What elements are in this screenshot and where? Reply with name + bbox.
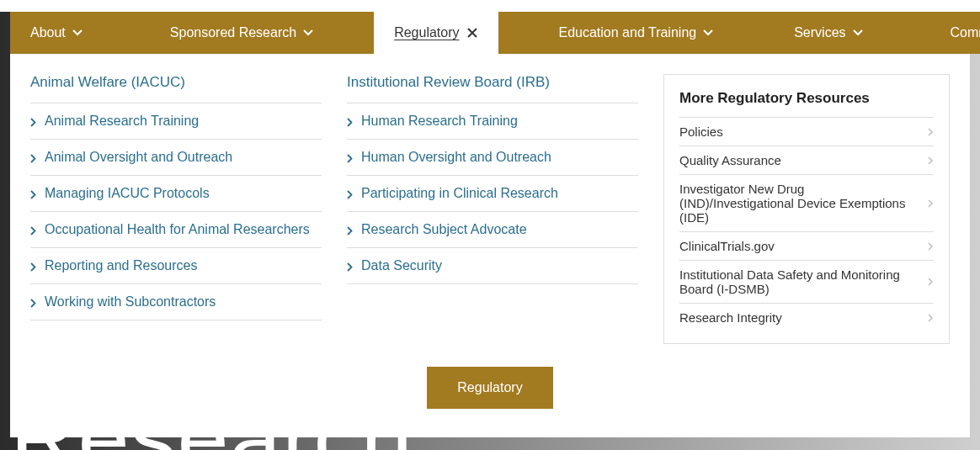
nav-spacer: [733, 12, 774, 54]
link-label: Animal Research Training: [45, 114, 199, 129]
link-item[interactable]: Managing IACUC Protocols: [30, 176, 322, 212]
caret-right-icon: [928, 128, 934, 136]
sidebar-item[interactable]: ClinicalTrials.gov: [679, 231, 934, 260]
link-label: Occupational Health for Animal Researche…: [45, 222, 310, 237]
chevron-right-icon: [347, 190, 353, 199]
link-label: Managing IACUC Protocols: [45, 186, 210, 201]
link-item[interactable]: Occupational Health for Animal Researche…: [30, 212, 322, 248]
menu-column-iacuc: Animal Welfare (IACUC) Animal Research T…: [30, 74, 322, 320]
topbar-gap: [0, 0, 980, 12]
caret-right-icon: [928, 242, 934, 251]
caret-right-icon: [928, 156, 934, 165]
sidebar-item-label: Institutional Data Safety and Monitoring…: [679, 267, 921, 296]
nav-label: Education and Training: [559, 25, 697, 40]
chevron-right-icon: [347, 154, 353, 163]
chevron-right-icon: [347, 118, 353, 127]
nav-item-education-training[interactable]: Education and Training: [539, 12, 734, 54]
sidebar-more-resources: More Regulatory Resources Policies Quali…: [663, 74, 950, 344]
nav-item-sponsored-research[interactable]: Sponsored Research: [150, 12, 333, 54]
sidebar-item[interactable]: Quality Assurance: [679, 146, 934, 174]
caret-right-icon: [928, 314, 934, 322]
link-label: Animal Oversight and Outreach: [45, 150, 232, 165]
nav-spacer: [498, 12, 539, 54]
nav-spacer: [883, 12, 930, 54]
link-item[interactable]: Participating in Clinical Research: [347, 176, 638, 212]
close-icon: [466, 27, 478, 39]
nav-item-regulatory[interactable]: Regulatory: [374, 12, 498, 54]
mega-menu: Animal Welfare (IACUC) Animal Research T…: [10, 54, 970, 437]
column-heading[interactable]: Institutional Review Board (IRB): [347, 74, 638, 103]
link-label: Research Subject Advocate: [361, 222, 527, 237]
nav-label: About: [30, 25, 66, 40]
link-item[interactable]: Human Oversight and Outreach: [347, 140, 638, 176]
menu-columns: Animal Welfare (IACUC) Animal Research T…: [30, 74, 950, 344]
chevron-down-icon: [72, 29, 83, 36]
nav-label: Services: [794, 25, 845, 40]
link-item[interactable]: Human Research Training: [347, 103, 638, 140]
chevron-right-icon: [347, 226, 353, 236]
chevron-down-icon: [703, 29, 713, 36]
sidebar-list: Policies Quality Assurance Investigator …: [679, 117, 934, 331]
sidebar-item[interactable]: Policies: [679, 117, 934, 146]
link-label: Data Security: [361, 258, 442, 273]
nav-item-services[interactable]: Services: [774, 12, 882, 54]
chevron-right-icon: [30, 226, 36, 236]
column-heading[interactable]: Animal Welfare (IACUC): [30, 74, 322, 103]
regulatory-button[interactable]: Regulatory: [427, 367, 552, 409]
sidebar-item[interactable]: Research Integrity: [679, 303, 934, 331]
link-list: Animal Research Training Animal Oversigh…: [30, 103, 322, 320]
sidebar-item-label: Policies: [679, 124, 723, 139]
chevron-right-icon: [30, 299, 36, 308]
link-item[interactable]: Research Subject Advocate: [347, 212, 638, 248]
link-list: Human Research Training Human Oversight …: [347, 103, 638, 284]
nav-item-community-resources[interactable]: Community Resources: [930, 12, 980, 54]
chevron-right-icon: [30, 154, 36, 163]
sidebar-item-label: Research Integrity: [679, 310, 782, 325]
nav-label: Community Resources: [951, 25, 980, 40]
sidebar-item-label: ClinicalTrials.gov: [679, 239, 775, 253]
link-item[interactable]: Animal Oversight and Outreach: [30, 140, 322, 176]
nav-spacer: [333, 12, 374, 54]
main-navbar: About Sponsored Research Regulatory Educ…: [10, 12, 980, 54]
nav-label: Sponsored Research: [170, 25, 296, 40]
nav-spacer: [103, 12, 150, 54]
link-label: Working with Subcontractors: [45, 294, 216, 310]
link-label: Human Research Training: [361, 114, 518, 129]
sidebar-item-label: Quality Assurance: [679, 153, 781, 167]
sidebar-item[interactable]: Investigator New Drug (IND)/Investigatio…: [679, 174, 934, 231]
caret-right-icon: [928, 278, 934, 286]
chevron-right-icon: [347, 262, 353, 272]
link-label: Reporting and Resources: [45, 258, 197, 273]
sidebar-item[interactable]: Institutional Data Safety and Monitoring…: [679, 260, 934, 303]
link-item[interactable]: Reporting and Resources: [30, 248, 322, 284]
caret-right-icon: [928, 199, 934, 208]
nav-label: Regulatory: [394, 25, 459, 40]
sidebar-item-label: Investigator New Drug (IND)/Investigatio…: [679, 182, 921, 225]
chevron-right-icon: [30, 190, 36, 199]
chevron-down-icon: [853, 29, 863, 36]
sidebar-heading: More Regulatory Resources: [679, 90, 934, 117]
link-item[interactable]: Data Security: [347, 248, 638, 284]
menu-column-irb: Institutional Review Board (IRB) Human R…: [347, 74, 638, 284]
link-item[interactable]: Animal Research Training: [30, 103, 322, 140]
link-label: Participating in Clinical Research: [361, 186, 558, 201]
chevron-right-icon: [30, 262, 36, 272]
link-item[interactable]: Working with Subcontractors: [30, 284, 322, 320]
nav-item-about[interactable]: About: [10, 12, 103, 54]
link-label: Human Oversight and Outreach: [361, 150, 551, 165]
cta-wrap: Regulatory: [10, 367, 970, 409]
chevron-right-icon: [30, 118, 36, 127]
chevron-down-icon: [303, 29, 313, 36]
